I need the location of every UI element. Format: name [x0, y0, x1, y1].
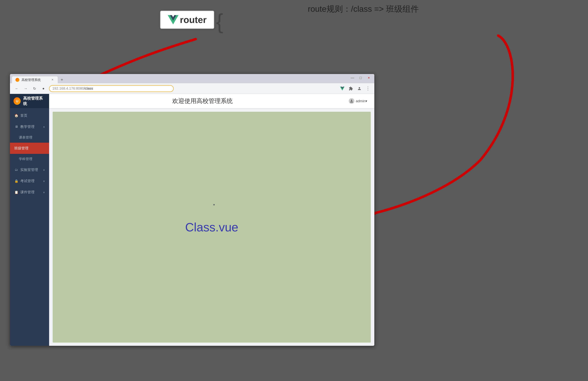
sidebar-item-exam[interactable]: 🔒 考试管理 ∨ [10, 175, 49, 187]
sidebar-item-courseware[interactable]: 📋 课件管理 ∨ [10, 187, 49, 198]
lab-icon: 🗂 [14, 168, 19, 172]
browser-window: 高校管理系统 × + — □ × ← → ↻ ● 192.168.4.176:8… [10, 74, 375, 346]
minimize-button[interactable]: — [350, 75, 355, 80]
main-header: 欢迎使用高校管理系统 admin▾ [49, 94, 374, 108]
class-vue-label: Class.vue [185, 220, 238, 234]
tab-favicon-icon [16, 78, 19, 82]
sidebar-item-schedule-label: 课表管理 [19, 136, 32, 139]
maximize-button[interactable]: □ [358, 75, 363, 80]
sidebar-item-lab-label: 实验室管理 [20, 167, 38, 172]
sidebar-item-class[interactable]: 班级管理 [10, 143, 49, 154]
tab-close-button[interactable]: × [51, 78, 54, 82]
sidebar-item-home-label: 首页 [20, 113, 27, 118]
sidebar-item-lab[interactable]: 🗂 实验室管理 ∨ [10, 164, 49, 175]
user-avatar-icon [349, 98, 354, 104]
browser-tab-active[interactable]: 高校管理系统 × [12, 76, 58, 83]
main-title: 欢迎使用高校管理系统 [56, 97, 349, 105]
tab-title: 高校管理系统 [21, 78, 49, 82]
user-name-label: admin▾ [356, 99, 367, 103]
sidebar-item-schedule[interactable]: 课表管理 [10, 132, 49, 143]
class-component-area: Class.vue [53, 112, 371, 343]
router-box: router [160, 11, 214, 29]
sidebar-item-teaching[interactable]: 🖥 教学管理 ∧ [10, 121, 49, 132]
bracket-icon: { [216, 11, 223, 32]
reload-button[interactable]: ↻ [31, 85, 38, 92]
sidebar-logo-icon: U [14, 97, 21, 105]
browser-toolbar-right: ⋮ [339, 86, 371, 91]
new-tab-button[interactable]: + [58, 76, 66, 83]
extensions-icon[interactable] [348, 86, 354, 91]
vue-logo-icon [168, 15, 178, 24]
home-icon: 🏠 [14, 113, 19, 118]
address-domain: 192.168.4.176:8080 [52, 86, 84, 90]
browser-controls: ← → ↻ ● 192.168.4.176:8080 /class [10, 83, 374, 94]
window-controls: — □ × [350, 75, 372, 80]
browser-tab-bar: 高校管理系统 × + — □ × [10, 74, 374, 83]
teaching-icon: 🖥 [14, 125, 19, 129]
user-info[interactable]: admin▾ [349, 98, 367, 104]
sidebar-item-class-label: 班级管理 [14, 146, 28, 151]
sidebar-item-subject[interactable]: 学科管理 [10, 154, 49, 164]
sidebar-item-teaching-label: 教学管理 [20, 124, 35, 129]
lab-arrow-icon: ∨ [43, 169, 45, 171]
sidebar-logo-text: 高校管理系统 [23, 96, 45, 106]
sidebar-item-exam-label: 考试管理 [20, 179, 35, 183]
app-content: U 高校管理系统 🏠 首页 🖥 教学管理 ∧ 课表 [10, 94, 374, 346]
back-button[interactable]: ← [14, 85, 20, 92]
address-bar[interactable]: 192.168.4.176:8080 /class [49, 85, 174, 92]
more-options-icon[interactable]: ⋮ [365, 86, 371, 91]
router-label: router [180, 14, 207, 25]
router-annotation: router { [160, 11, 223, 32]
courseware-icon: 📋 [14, 190, 19, 194]
sidebar-logo: U 高校管理系统 [10, 94, 49, 108]
browser-chrome: 高校管理系统 × + — □ × ← → ↻ ● 192.168.4.176:8… [10, 74, 374, 94]
sidebar: U 高校管理系统 🏠 首页 🖥 教学管理 ∧ 课表 [10, 94, 49, 346]
sidebar-item-subject-label: 学科管理 [19, 157, 32, 161]
exam-icon: 🔒 [14, 179, 19, 183]
exam-arrow-icon: ∨ [43, 180, 45, 183]
address-path: /class [84, 86, 93, 90]
courseware-arrow-icon: ∨ [43, 191, 45, 194]
forward-button[interactable]: → [22, 85, 29, 92]
class-dot [213, 204, 215, 205]
close-button[interactable]: × [366, 75, 372, 80]
user-profile-icon[interactable] [357, 86, 362, 91]
sidebar-item-courseware-label: 课件管理 [20, 190, 35, 195]
route-rule-annotation: route规则：/class => 班级组件 [308, 3, 419, 15]
home-button[interactable]: ● [40, 85, 47, 92]
main-area: 欢迎使用高校管理系统 admin▾ Class.vue [49, 94, 374, 346]
vue-devtools-icon[interactable] [339, 86, 345, 91]
sidebar-menu: 🏠 首页 🖥 教学管理 ∧ 课表管理 班级管理 [10, 108, 49, 346]
sidebar-item-home[interactable]: 🏠 首页 [10, 110, 49, 121]
teaching-arrow-icon: ∧ [43, 126, 45, 128]
